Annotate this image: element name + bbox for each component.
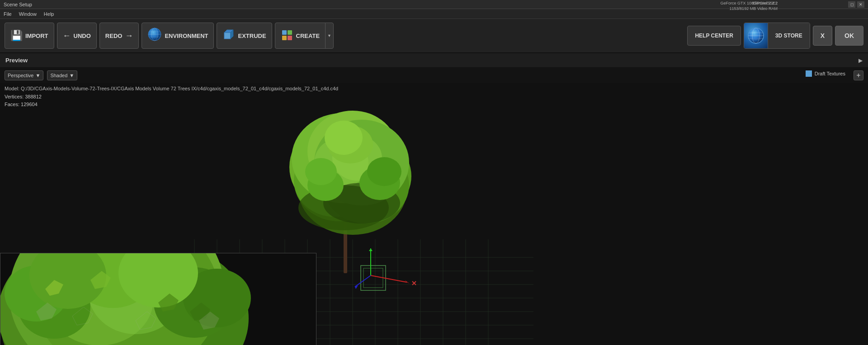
- extrude-icon: [222, 28, 235, 43]
- undo-button-group: ← UNDO: [57, 23, 97, 49]
- viewport: Perspective ▼ Shaded ▼ Draft Textures + …: [0, 68, 868, 345]
- svg-rect-8: [282, 30, 287, 35]
- draft-textures-checkbox[interactable]: [806, 70, 812, 77]
- redo-icon: →: [125, 31, 133, 41]
- viewport-plus-button[interactable]: +: [854, 70, 863, 80]
- ok-button[interactable]: OK: [835, 26, 863, 46]
- preview-collapse-arrow[interactable]: ▶: [859, 57, 863, 64]
- environment-icon: [147, 27, 162, 44]
- titlebar-controls: ◻ ✕: [848, 1, 864, 8]
- svg-rect-5: [224, 33, 231, 39]
- vertices-info: Vertices: 388812: [5, 93, 338, 101]
- create-icon: [281, 29, 293, 43]
- perspective-dropdown[interactable]: Perspective ▼: [5, 70, 43, 80]
- redo-main[interactable]: REDO →: [100, 23, 139, 48]
- close-button[interactable]: ✕: [857, 1, 864, 8]
- help-center-button[interactable]: HELP CENTER: [687, 26, 741, 46]
- element-version: Element 2.2.2: [752, 1, 778, 5]
- svg-rect-10: [282, 36, 287, 40]
- draft-textures-label: Draft Textures: [815, 71, 845, 76]
- titlebar-title: Scene Setup: [4, 2, 32, 7]
- preview-label: Preview: [5, 57, 28, 64]
- model-info: Model: Q:/3D/CGAxis-Models-Volume-72-Tre…: [5, 85, 338, 109]
- menu-window[interactable]: Window: [19, 11, 37, 17]
- menu-help[interactable]: Help: [44, 11, 54, 17]
- create-dropdown-arrow[interactable]: ▼: [325, 23, 333, 48]
- import-icon: 💾: [10, 30, 23, 42]
- store-globe-icon[interactable]: [744, 23, 768, 49]
- menu-file[interactable]: File: [4, 11, 12, 17]
- cancel-button[interactable]: X: [813, 26, 832, 46]
- viewport-controls-bar: Perspective ▼ Shaded ▼: [0, 68, 868, 83]
- svg-rect-9: [288, 30, 292, 35]
- svg-rect-11: [288, 36, 292, 40]
- draft-textures-control: Draft Textures: [806, 70, 845, 77]
- create-button-group: CREATE ▼: [275, 23, 334, 49]
- shaded-dropdown-arrow: ▼: [69, 73, 74, 78]
- extrude-button[interactable]: EXTRUDE: [217, 23, 272, 49]
- preview-bar: Preview ▶: [0, 53, 868, 68]
- undo-main[interactable]: ← UNDO: [57, 23, 96, 48]
- model-path: Model: Q:/3D/CGAxis-Models-Volume-72-Tre…: [5, 85, 338, 93]
- restore-button[interactable]: ◻: [848, 1, 855, 8]
- import-button[interactable]: 💾 IMPORT: [5, 23, 54, 49]
- faces-info: Faces: 129604: [5, 101, 338, 109]
- store-button[interactable]: 3D STORE: [768, 23, 810, 49]
- create-main[interactable]: CREATE: [275, 23, 325, 48]
- undo-icon: ←: [63, 31, 71, 41]
- perspective-dropdown-arrow: ▼: [35, 73, 40, 78]
- titlebar: Scene Setup GeForce GTX 1080/PCIe/SSE2 1…: [0, 0, 868, 9]
- toolbar: 💾 IMPORT ← UNDO REDO →: [0, 19, 868, 53]
- redo-button-group: REDO →: [99, 23, 139, 49]
- store-button-group: 3D STORE: [744, 23, 810, 49]
- shaded-dropdown[interactable]: Shaded ▼: [47, 70, 77, 80]
- environment-button[interactable]: ENVIRONMENT: [142, 23, 214, 49]
- main-viewport-canvas[interactable]: [0, 68, 868, 345]
